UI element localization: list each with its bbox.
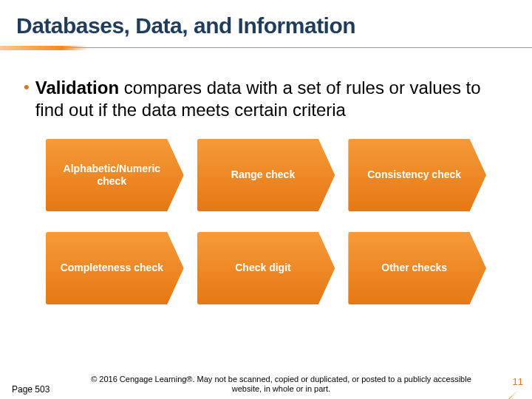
- card-label: Alphabetic/Numeric check: [56, 163, 167, 188]
- card-label: Completeness check: [61, 262, 163, 275]
- bullet-bold: Validation: [35, 78, 119, 98]
- copyright-text: © 2016 Cengage Learning®. May not be sca…: [50, 375, 512, 395]
- bullet-icon: •: [24, 77, 30, 98]
- card-label: Other checks: [381, 262, 447, 275]
- card-other: Other checks: [348, 232, 486, 304]
- card-label: Consistency check: [367, 168, 461, 182]
- bullet-item: • Validation compares data with a set of…: [24, 77, 508, 121]
- card-label: Check digit: [235, 262, 290, 275]
- card-range: Range check: [197, 139, 335, 211]
- card-alpha-numeric: Alphabetic/Numeric check: [46, 139, 184, 211]
- card-grid: Alphabetic/Numeric check Range check Con…: [24, 139, 508, 304]
- page-title: Databases, Data, and Information: [16, 13, 516, 38]
- title-rule: [0, 46, 532, 55]
- bullet-text: Validation compares data with a set of r…: [35, 77, 508, 121]
- page-reference: Page 503: [12, 384, 50, 395]
- card-consistency: Consistency check: [348, 139, 486, 211]
- card-check-digit: Check digit: [197, 232, 335, 304]
- card-completeness: Completeness check: [46, 232, 184, 304]
- card-label: Range check: [231, 168, 295, 182]
